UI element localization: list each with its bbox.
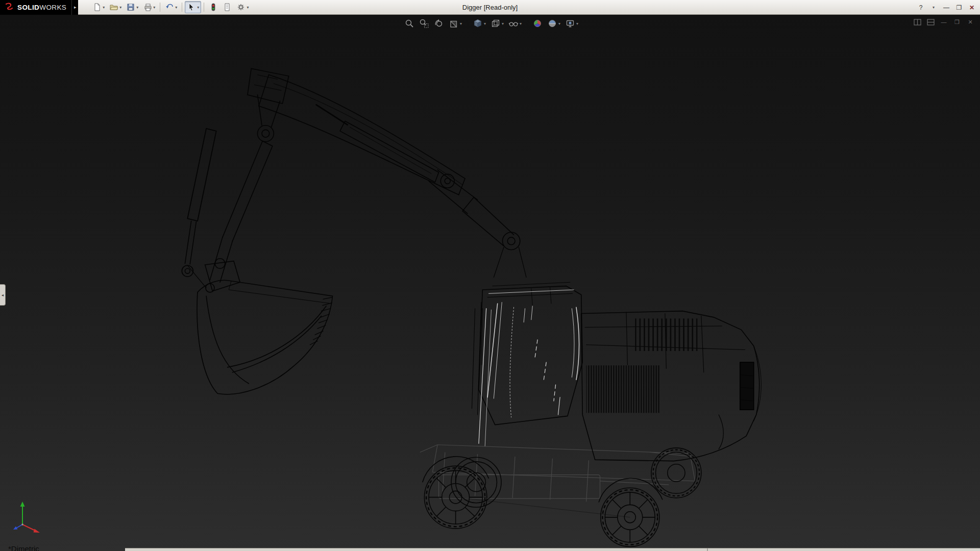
triad-x-axis bbox=[22, 524, 40, 533]
rebuild-stoplight-icon bbox=[209, 3, 218, 12]
close-button[interactable]: ✕ bbox=[967, 3, 977, 13]
standard-toolbar: ▾ ▾ ▾ bbox=[90, 1, 251, 13]
chevron-down-icon[interactable]: ▾ bbox=[502, 21, 504, 26]
chassis-ghost-lines bbox=[420, 445, 695, 502]
view-orientation-button[interactable]: ▾ bbox=[472, 18, 486, 29]
chevron-down-icon[interactable]: ▾ bbox=[175, 5, 177, 10]
split-pane-horizontal-icon bbox=[927, 19, 935, 26]
open-button[interactable]: ▾ bbox=[107, 1, 124, 13]
window-controls: ? ▾ — ❐ ✕ bbox=[916, 0, 977, 15]
document-close-button[interactable]: ✕ bbox=[966, 18, 975, 26]
toolbar-separator bbox=[204, 3, 204, 12]
section-view-icon bbox=[449, 18, 459, 29]
view-orientation-label: *Dimetric bbox=[8, 544, 39, 551]
document-minimize-button[interactable]: — bbox=[939, 18, 948, 26]
wheel-wireframes bbox=[423, 448, 701, 547]
options-button[interactable]: ▾ bbox=[234, 1, 251, 13]
chevron-down-icon[interactable]: ▾ bbox=[576, 21, 578, 26]
new-document-button[interactable]: ▾ bbox=[90, 1, 107, 13]
view-settings-button[interactable]: ▾ bbox=[565, 18, 579, 29]
heads-up-view-toolbar: ▾ ▾ ▾ bbox=[404, 18, 579, 29]
section-view-button[interactable]: ▾ bbox=[448, 18, 462, 29]
display-style-button[interactable]: ▾ bbox=[490, 18, 504, 29]
status-bar-edge bbox=[125, 548, 980, 551]
file-properties-icon bbox=[223, 3, 232, 12]
save-button[interactable]: ▾ bbox=[124, 1, 140, 13]
hide-show-items-button[interactable]: ▾ bbox=[508, 18, 522, 29]
triad-y-axis bbox=[20, 502, 25, 524]
digger-wireframe-model bbox=[0, 15, 980, 551]
edit-appearance-button[interactable] bbox=[532, 18, 543, 29]
chevron-down-icon[interactable]: ▾ bbox=[103, 5, 105, 10]
triad-z-axis bbox=[13, 524, 22, 530]
graphics-area[interactable]: ▾ ▾ ▾ bbox=[0, 15, 980, 551]
chevron-down-icon[interactable]: ▾ bbox=[520, 21, 522, 26]
document-title: Digger [Read-only] bbox=[462, 4, 518, 11]
solidworks-logo: SOLIDWORKS bbox=[0, 0, 71, 15]
chevron-down-icon[interactable]: ▾ bbox=[153, 5, 155, 10]
zoom-to-fit-button[interactable] bbox=[404, 18, 415, 29]
new-document-icon bbox=[92, 3, 102, 12]
chevron-down-icon[interactable]: ▾ bbox=[247, 5, 249, 10]
undo-arrow-icon bbox=[165, 3, 174, 12]
help-chevron-down-icon[interactable]: ▾ bbox=[928, 3, 939, 13]
view-orientation-cube-icon bbox=[473, 18, 483, 29]
print-icon bbox=[143, 3, 152, 12]
view-settings-icon bbox=[565, 18, 575, 29]
solidworks-logo-icon bbox=[4, 3, 14, 12]
chevron-down-icon[interactable]: ▾ bbox=[119, 5, 121, 10]
rebuild-button[interactable] bbox=[207, 1, 220, 13]
toolbar-separator bbox=[182, 3, 182, 12]
orientation-triad bbox=[7, 499, 48, 540]
hide-show-eyeglasses-icon bbox=[508, 18, 519, 29]
print-button[interactable]: ▾ bbox=[141, 1, 157, 13]
minimize-button[interactable]: — bbox=[941, 3, 951, 13]
wireframe-lines bbox=[182, 68, 761, 461]
chevron-down-icon[interactable]: ▾ bbox=[460, 21, 462, 26]
apply-scene-button[interactable]: ▾ bbox=[547, 18, 561, 29]
chevron-down-icon[interactable]: ▾ bbox=[558, 21, 560, 26]
select-cursor-icon bbox=[187, 3, 196, 12]
file-properties-button[interactable] bbox=[220, 1, 234, 13]
menu-expand-arrow[interactable]: ▸ bbox=[71, 0, 78, 15]
zoom-to-area-button[interactable] bbox=[419, 18, 430, 29]
open-folder-icon bbox=[109, 3, 118, 12]
solidworks-window: SOLIDWORKS ▸ ▾ ▾ bbox=[0, 0, 980, 551]
maximize-button[interactable]: ❐ bbox=[954, 3, 964, 13]
feature-manager-collapsed-tab[interactable]: ◄ bbox=[0, 284, 6, 306]
edit-appearance-ball-icon bbox=[532, 18, 543, 29]
zoom-to-area-icon bbox=[419, 18, 429, 29]
zoom-to-fit-icon bbox=[404, 18, 414, 29]
chevron-down-icon[interactable]: ▾ bbox=[197, 5, 199, 10]
chevron-down-icon[interactable]: ▾ bbox=[136, 5, 138, 10]
undo-button[interactable]: ▾ bbox=[163, 1, 179, 13]
apply-scene-icon bbox=[547, 18, 557, 29]
document-window-controls: — ❐ ✕ bbox=[913, 18, 975, 26]
solidworks-wordmark: SOLIDWORKS bbox=[17, 4, 66, 11]
triad-origin bbox=[21, 523, 23, 525]
split-pane-horizontal-button[interactable] bbox=[926, 18, 935, 26]
options-gear-icon bbox=[236, 3, 246, 12]
titlebar: SOLIDWORKS ▸ ▾ ▾ bbox=[0, 0, 980, 15]
split-pane-vertical-icon bbox=[914, 19, 921, 26]
chevron-down-icon[interactable]: ▾ bbox=[484, 21, 486, 26]
help-button[interactable]: ? bbox=[916, 3, 926, 13]
status-bar-divider bbox=[707, 548, 708, 551]
display-style-wireframe-icon bbox=[491, 18, 501, 29]
previous-view-icon bbox=[434, 18, 444, 29]
save-floppy-icon bbox=[126, 3, 135, 12]
split-pane-vertical-button[interactable] bbox=[913, 18, 922, 26]
select-tool-button[interactable]: ▾ bbox=[185, 1, 201, 13]
toolbar-separator bbox=[160, 3, 160, 12]
previous-view-button[interactable] bbox=[433, 18, 445, 29]
document-restore-button[interactable]: ❐ bbox=[952, 18, 962, 26]
